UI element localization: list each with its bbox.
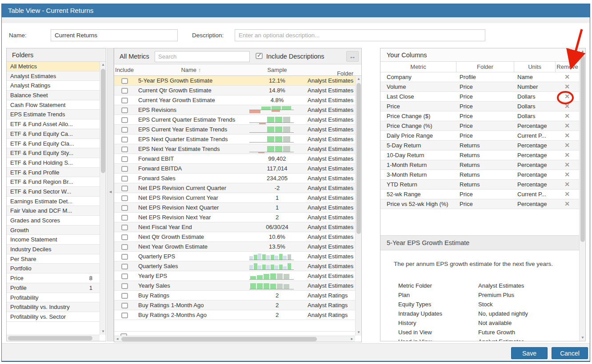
- metric-row[interactable]: Yearly EPSAnalyst Estimates: [114, 271, 355, 281]
- columns-scrollbar-thumb[interactable]: [580, 55, 585, 242]
- folder-item[interactable]: ETF & Fund Equity Ca...: [7, 129, 100, 139]
- scroll-right-icon[interactable]: ►: [349, 336, 355, 342]
- folder-item[interactable]: ETF & Fund Equity Sty...: [7, 148, 100, 158]
- folder-item[interactable]: EPS Estimate Trends: [7, 110, 100, 119]
- folder-item[interactable]: ETF & Fund Region Br...: [7, 177, 100, 187]
- folder-item[interactable]: ETF & Fund Profile: [7, 168, 100, 178]
- your-column-row[interactable]: VolumePriceNumber✕: [380, 82, 579, 92]
- metric-row[interactable]: Current Qtr Growth Estimate14.8%Analyst …: [114, 86, 355, 95]
- folder-item[interactable]: All Metrics: [7, 62, 100, 71]
- metric-row[interactable]: EPS Next Year Estimate TrendsAnalyst Est…: [114, 144, 355, 154]
- include-checkbox[interactable]: [121, 107, 128, 113]
- remove-column-icon[interactable]: ✕: [564, 103, 570, 110]
- include-checkbox[interactable]: [121, 254, 128, 260]
- include-descriptions-checkbox[interactable]: ✓: [256, 53, 263, 59]
- your-column-row[interactable]: PricePriceDollars✕: [380, 102, 579, 111]
- metric-row[interactable]: EPS RevisionsAnalyst Estimates: [114, 105, 355, 115]
- include-checkbox[interactable]: [121, 137, 128, 142]
- include-checkbox[interactable]: [121, 264, 128, 269]
- folder-item[interactable]: Per Share: [7, 254, 100, 264]
- include-checkbox[interactable]: [121, 78, 128, 84]
- metric-row[interactable]: Forward EBITDA117,014Analyst Estimates: [114, 164, 355, 174]
- scroll-up-icon[interactable]: ▲: [100, 62, 106, 68]
- metrics-scrollbar-thumb[interactable]: [356, 83, 361, 234]
- folder-item[interactable]: Balance Sheet: [7, 91, 100, 100]
- folders-vertical-scrollbar[interactable]: ▲ ▼: [100, 62, 106, 335]
- metrics-column-header-include[interactable]: Include: [114, 64, 135, 75]
- your-column-row[interactable]: Price Change (%)PricePercentage✕: [380, 121, 579, 131]
- metric-row[interactable]: Net EPS Revision Next Quarter1Analyst Es…: [114, 203, 355, 213]
- folder-item[interactable]: ETF & Fund Equity Cla...: [7, 139, 100, 149]
- folders-scrollbar-thumb[interactable]: [101, 69, 105, 173]
- your-column-row[interactable]: 3-Month ReturnReturnsPercentage✕: [380, 170, 579, 180]
- your-column-row[interactable]: YTD ReturnReturnsPercentage✕: [380, 180, 579, 190]
- include-checkbox[interactable]: [121, 186, 128, 191]
- search-input[interactable]: [155, 51, 250, 62]
- include-checkbox[interactable]: [121, 293, 128, 299]
- metric-row[interactable]: Next Year Growth Estimate13.5%Analyst Es…: [114, 242, 355, 252]
- include-checkbox[interactable]: [121, 117, 128, 123]
- expand-horizontal-button[interactable]: ↔: [346, 51, 359, 62]
- metric-row[interactable]: EPS Next Quarter Estimate TrendsAnalyst …: [114, 135, 355, 144]
- remove-column-icon[interactable]: ✕: [564, 73, 570, 80]
- scroll-up-icon[interactable]: ▲: [580, 48, 586, 55]
- include-checkbox[interactable]: [121, 225, 128, 230]
- your-column-row[interactable]: 10-Day ReturnReturnsPercentage✕: [380, 150, 579, 160]
- scroll-left-icon[interactable]: ◄: [114, 336, 120, 342]
- remove-column-icon[interactable]: ✕: [564, 132, 570, 139]
- folder-item[interactable]: Analyst Ratings: [7, 81, 100, 91]
- metrics-column-header-sample[interactable]: Sample: [248, 64, 307, 75]
- remove-column-icon[interactable]: ✕: [564, 161, 570, 168]
- include-checkbox[interactable]: [121, 156, 128, 162]
- include-checkbox[interactable]: [121, 234, 128, 240]
- metric-row[interactable]: Forward Sales234,205Analyst Estimates: [114, 174, 355, 183]
- metric-row[interactable]: Buy Ratings 1-Month Ago2Analyst Ratings: [114, 301, 355, 310]
- remove-column-icon[interactable]: ✕: [564, 122, 570, 129]
- remove-column-icon[interactable]: ✕: [564, 171, 570, 178]
- folder-item[interactable]: Profitability vs. Sector: [7, 312, 100, 322]
- folder-item[interactable]: Profitability: [7, 293, 100, 303]
- folder-item[interactable]: Income Statement: [7, 235, 100, 245]
- metric-row[interactable]: Net EPS Revision Next Year2Analyst Estim…: [114, 213, 355, 222]
- include-checkbox[interactable]: [121, 244, 128, 250]
- include-checkbox[interactable]: [121, 215, 128, 221]
- include-checkbox[interactable]: [121, 127, 128, 133]
- include-checkbox[interactable]: [121, 176, 128, 182]
- remove-column-icon[interactable]: ✕: [564, 200, 570, 207]
- folder-item[interactable]: Fair Value and DCF M...: [7, 206, 100, 216]
- scroll-down-icon[interactable]: ▼: [356, 329, 362, 336]
- folder-item[interactable]: ETF & Fund Sector W...: [7, 187, 100, 197]
- metric-row[interactable]: Net EPS Revision Current Year1Analyst Es…: [114, 193, 355, 203]
- remove-column-icon[interactable]: ✕: [564, 190, 570, 198]
- save-button[interactable]: Save: [511, 347, 548, 359]
- scroll-down-icon[interactable]: ▼: [580, 335, 586, 341]
- folder-item[interactable]: ETF & Fund Asset Allo...: [7, 119, 100, 129]
- scroll-down-icon[interactable]: ▼: [100, 328, 106, 335]
- name-input[interactable]: [51, 29, 178, 41]
- your-column-row[interactable]: CompanyProfileName✕: [380, 72, 579, 82]
- include-checkbox[interactable]: [121, 166, 128, 172]
- folder-item[interactable]: Analyst Estimates: [7, 71, 100, 81]
- metric-row[interactable]: Current Year Growth Estimate4.8%Analyst …: [114, 95, 355, 105]
- metric-row[interactable]: Buy Ratings 2-Months Ago2Analyst Ratings: [114, 310, 355, 320]
- folder-item[interactable]: Profitability vs. Industry: [7, 302, 100, 312]
- remove-column-icon-circled[interactable]: ✕: [564, 93, 570, 100]
- collapse-folders-handle[interactable]: ◄: [107, 48, 114, 341]
- metric-row[interactable]: Next Fiscal Year End06/30/24Analyst Esti…: [114, 222, 355, 232]
- description-input[interactable]: [235, 29, 485, 41]
- include-checkbox[interactable]: [121, 303, 128, 309]
- include-checkbox[interactable]: [121, 98, 128, 103]
- metric-row[interactable]: Quarterly EPSAnalyst Estimates: [114, 252, 355, 261]
- your-column-row[interactable]: Daily Price RangePriceCurrent P...✕: [380, 131, 579, 141]
- metric-row[interactable]: Net EPS Revision Current Quarter-2Analys…: [114, 183, 355, 193]
- metric-row[interactable]: Next Qtr Growth Estimate10.6%Analyst Est…: [114, 232, 355, 242]
- include-checkbox[interactable]: [121, 205, 128, 211]
- metric-row[interactable]: Quarterly SalesAnalyst Estimates: [114, 261, 355, 271]
- folders-hscrollbar-thumb[interactable]: [8, 336, 92, 340]
- include-checkbox[interactable]: [121, 313, 128, 318]
- columns-vertical-scrollbar[interactable]: ▲ ▼: [579, 48, 585, 341]
- include-checkbox[interactable]: [121, 146, 128, 152]
- metric-row[interactable]: EPS Current Year Estimate TrendsAnalyst …: [114, 125, 355, 135]
- folder-item[interactable]: Earnings Estimate Det...: [7, 197, 100, 206]
- your-column-row[interactable]: 1-Month ReturnReturnsPercentage✕: [380, 160, 579, 170]
